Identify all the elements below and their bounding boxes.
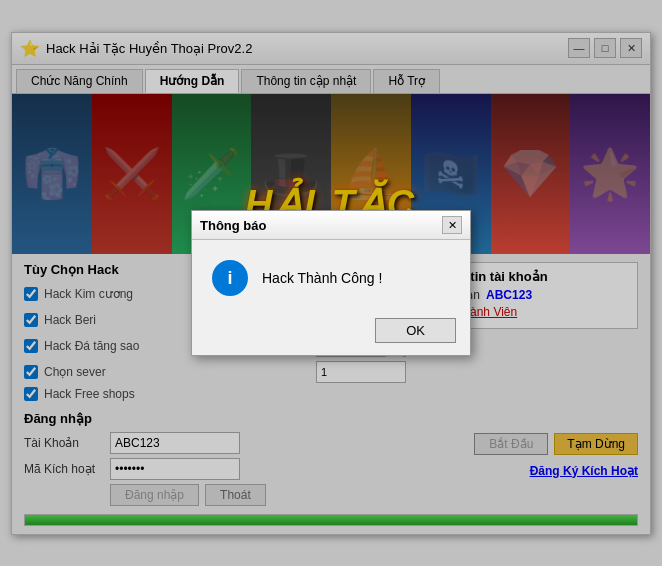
modal-ok-button[interactable]: OK <box>375 318 456 343</box>
modal-footer: OK <box>192 310 470 355</box>
modal-title-bar: Thông báo ✕ <box>192 211 470 240</box>
modal-close-button[interactable]: ✕ <box>442 216 462 234</box>
modal-body: i Hack Thành Công ! <box>192 240 470 310</box>
modal-overlay: Thông báo ✕ i Hack Thành Công ! OK <box>12 33 650 534</box>
modal-title: Thông báo <box>200 218 266 233</box>
modal-message: Hack Thành Công ! <box>262 270 382 286</box>
info-icon: i <box>212 260 248 296</box>
main-window: ⭐ Hack Hải Tặc Huyền Thoại Prov2.2 — □ ✕… <box>11 32 651 535</box>
modal-dialog: Thông báo ✕ i Hack Thành Công ! OK <box>191 210 471 356</box>
